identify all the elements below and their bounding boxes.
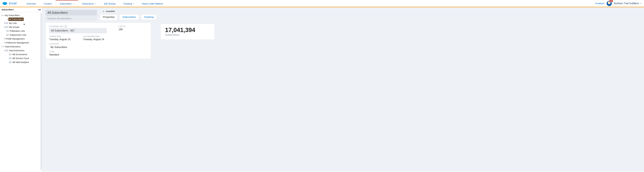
folder-icon (6, 30, 9, 32)
bullet-icon: • (4, 37, 6, 40)
tree-label: Data Extensions (5, 45, 20, 48)
tree-label: My Subscribers (5, 14, 20, 17)
folder-icon (6, 26, 8, 28)
location-value: My Subscribers (50, 46, 67, 49)
tree-my-lists[interactable]: ⊞ My Lists (1, 21, 41, 25)
app-name: Email (9, 2, 16, 5)
label-text: EXTERNAL KEY (49, 25, 64, 27)
svg-point-0 (2, 2, 7, 5)
tab-label: Interactions (82, 2, 94, 5)
tab-label: A/B Testing (104, 2, 116, 5)
location-label: LOCATION (49, 43, 147, 45)
help-icon[interactable]: ? (65, 25, 67, 27)
nav-tabs: Overview Content Subscribers▼ Interactio… (22, 0, 595, 7)
tab-label: Subscribers (60, 2, 72, 5)
tree-ab-web[interactable]: AB Web Analytics (1, 60, 41, 64)
folder-icon (6, 34, 9, 36)
account-name-label: Northern Trail Outfitters (614, 2, 639, 5)
tree-my-groups[interactable]: ⊞ My Groups (1, 25, 41, 29)
ctab-subscribers[interactable]: Subscribers (119, 14, 139, 20)
header-right: Feedback 42 Northern Trail Outfitters ▼ (595, 1, 644, 6)
tree-label: My Lists (9, 21, 17, 25)
avatar-wrap[interactable]: 42 (606, 1, 612, 6)
notification-badge: 42 (609, 0, 613, 2)
folder-icon (9, 54, 12, 55)
folder-icon (6, 22, 8, 24)
tree-label: Preference Management (6, 41, 29, 44)
chevron-down-icon: ▼ (72, 3, 74, 4)
tree-profile-mgmt[interactable]: • Profile Management (1, 37, 41, 41)
top-nav: Email Overview Content Subscribers▼ Inte… (0, 0, 644, 7)
tab-label: Content (44, 2, 52, 5)
tab-overview[interactable]: Overview (22, 0, 40, 7)
tree-label: AB Service Cloud (12, 57, 29, 60)
ctab-tracking[interactable]: Tracking (141, 14, 157, 20)
bullet-icon: • (3, 45, 5, 48)
external-key-label: EXTERNAL KEY ? (49, 25, 106, 27)
tree-label: Publication Lists (10, 29, 25, 33)
properties-panel: EXTERNAL KEY ? All Subscribers - 957 LIS… (46, 22, 151, 59)
account-switcher[interactable]: Northern Trail Outfitters ▼ (614, 2, 641, 5)
tree-data-extensions-folder[interactable]: ⊟ Data Extensions (1, 49, 41, 52)
tab-label: Return Path Platform (142, 2, 163, 5)
status-row: ✔ Available (103, 10, 157, 12)
salesforce-logo-icon (2, 2, 8, 5)
sidebar-header: Subscribers ◀◀ (0, 7, 42, 12)
list-id-label: LIST ID (119, 25, 125, 27)
chevron-down-icon: ▼ (95, 3, 96, 4)
tree-data-extensions-root[interactable]: ⊟ • Data Extensions (1, 45, 41, 49)
tree-publication-lists[interactable]: Publication Lists (1, 29, 41, 33)
tab-tracking[interactable]: Tracking▼ (119, 0, 138, 7)
folder-icon (6, 50, 8, 51)
created-date-label: Created Date (49, 35, 71, 37)
subscriber-count: 17,041,394 (165, 27, 210, 33)
bullet-icon: • (6, 18, 8, 21)
chevron-down-icon: ▼ (133, 3, 134, 4)
scrollbar[interactable] (40, 13, 42, 170)
tree-label: My Groups (9, 25, 19, 29)
type-label: TYPE (49, 51, 147, 53)
collapse-icon[interactable]: ◀◀ (38, 8, 40, 11)
expand-toggle-icon[interactable]: ⊞ (4, 25, 6, 29)
stats-card: 17,041,394 Subscribers (160, 23, 215, 40)
tree-ab-ecommerce[interactable]: AB eCommerce (1, 52, 41, 56)
modified-date-label: Last Modified Date (83, 35, 104, 37)
tab-return-path[interactable]: Return Path Platform (138, 0, 167, 7)
collapse-toggle-icon[interactable]: ⊟ (1, 14, 3, 17)
collapse-toggle-icon[interactable]: ⊟ (4, 49, 6, 52)
type-value: Standard (49, 53, 147, 56)
tree-label: Data Extensions (9, 49, 24, 52)
folder-icon (9, 61, 12, 63)
expand-toggle-icon[interactable]: ⊞ (4, 21, 6, 25)
sidebar-title: Subscribers (2, 8, 14, 11)
tree-my-subscribers[interactable]: ⊟ • My Subscribers (1, 13, 41, 17)
bullet-icon: • (4, 41, 6, 44)
tree-label: AB Web Analytics (12, 61, 29, 64)
tree-label: All Subscribers (8, 18, 24, 21)
tree-label: AB eCommerce (12, 53, 27, 56)
tab-content[interactable]: Content (40, 0, 56, 7)
tree-preference-mgmt[interactable]: • Preference Management (1, 41, 41, 45)
external-key-value: All Subscribers - 957 (49, 28, 106, 33)
folder-icon (9, 57, 12, 59)
tab-label: Tracking (123, 2, 132, 5)
ctab-properties[interactable]: Properties (100, 14, 118, 20)
tab-interactions[interactable]: Interactions▼ (78, 0, 100, 7)
tree-suppression-lists[interactable]: Suppression Lists (1, 33, 41, 37)
feedback-link[interactable]: Feedback (595, 2, 604, 5)
list-subtitle: Contains all subscribers (46, 16, 97, 20)
tree-ab-service[interactable]: AB Service Cloud (1, 56, 41, 60)
tree-all-subscribers[interactable]: • All Subscribers (1, 17, 41, 21)
check-icon: ✔ (103, 10, 104, 12)
collapse-toggle-icon[interactable]: ⊟ (1, 45, 3, 48)
tree-label: Profile Management (6, 37, 24, 40)
content-area: All Subscribers Contains all subscribers… (42, 7, 644, 172)
sidebar-tree: ⊟ • My Subscribers • All Subscribers ⊞ M… (0, 12, 42, 171)
tab-subscribers[interactable]: Subscribers▼ (56, 0, 78, 7)
bullet-icon: • (3, 14, 5, 17)
modified-date-value: Tuesday, August 14 (83, 38, 104, 41)
tab-ab-testing[interactable]: A/B Testing (100, 0, 120, 7)
subscriber-count-label: Subscribers (165, 33, 210, 37)
chevron-down-icon: ▼ (640, 2, 641, 4)
list-title: All Subscribers (46, 10, 97, 15)
